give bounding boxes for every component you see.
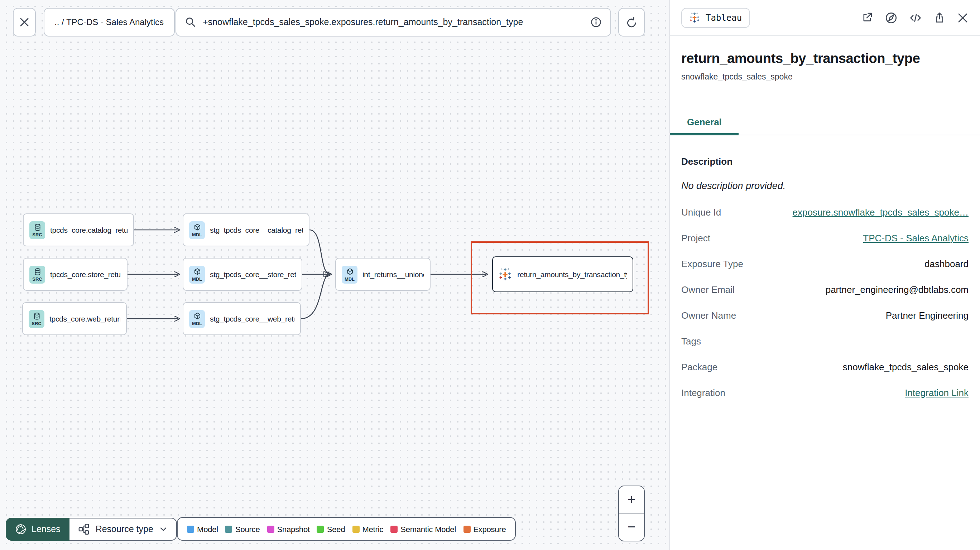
cube-icon [194, 313, 199, 318]
legend-swatch [390, 525, 398, 533]
tab-general[interactable]: General [670, 113, 739, 135]
owner-email-value: partner_engineering@dbtlabs.com [826, 284, 969, 295]
lenses-button[interactable]: Lenses [6, 518, 70, 541]
source-resource-badge: SRC [29, 310, 45, 327]
panel-actions [861, 11, 969, 24]
source-resource-badge: SRC [29, 265, 45, 283]
description-empty-text: No description provided. [681, 180, 969, 191]
refresh-icon [625, 16, 638, 28]
field-row-owner-name: Owner Name Partner Engineering [681, 302, 969, 328]
resource-title: return_amounts_by_transaction_type [681, 51, 969, 67]
zoom-controls: + − [618, 486, 645, 541]
panel-tabs: General [670, 113, 980, 135]
zoom-out-button[interactable]: − [619, 513, 644, 541]
project-link[interactable]: TPC-DS - Sales Analytics [863, 232, 969, 243]
description-heading: Description [681, 156, 969, 167]
info-icon[interactable] [590, 16, 602, 28]
dbt-explorer-lineage-view: SRC tpcds_core.catalog_returns SRC tpcds… [0, 0, 980, 550]
plus-icon: + [628, 492, 635, 507]
lineage-canvas[interactable]: SRC tpcds_core.catalog_returns SRC tpcds… [0, 0, 669, 550]
legend-item: Seed [317, 525, 345, 533]
tableau-logo-icon [689, 12, 700, 23]
legend-item: Model [187, 525, 218, 533]
aperture-icon [15, 523, 27, 535]
exposure-type-value: dashboard [924, 258, 969, 269]
field-row-project: Project TPC-DS - Sales Analytics [681, 225, 969, 251]
node-label: stg_tpcds_core__store_returns [210, 270, 296, 278]
search-icon [185, 16, 196, 28]
field-row-owner-email: Owner Email partner_engineering@dbtlabs.… [681, 277, 969, 302]
database-icon [34, 313, 39, 319]
owner-name-value: Partner Engineering [886, 310, 969, 321]
search-input[interactable] [203, 17, 584, 27]
legend-swatch [317, 525, 324, 533]
node-label: tpcds_core.store_returns [50, 270, 121, 278]
chevron-down-icon [159, 525, 168, 534]
model-resource-badge: MDL [189, 265, 205, 283]
cube-icon [194, 268, 199, 274]
zoom-in-button[interactable]: + [619, 486, 644, 513]
tableau-type-badge: Tableau [681, 8, 750, 27]
legend-item: Semantic Model [390, 525, 456, 533]
resource-type-dropdown[interactable]: Resource type [70, 518, 177, 541]
lens-controls: Lenses Resource type [6, 518, 177, 541]
node-label: return_amounts_by_transaction_type [517, 270, 627, 278]
node-label: int_returns__unioned [363, 270, 424, 278]
database-icon [35, 268, 40, 275]
integration-link[interactable]: Integration Link [905, 387, 969, 398]
field-row-tags: Tags [681, 328, 969, 354]
minus-icon: − [628, 519, 635, 535]
share-icon[interactable] [934, 11, 946, 24]
model-resource-badge: MDL [189, 310, 205, 327]
resource-type-icon [78, 523, 90, 535]
package-value: snowflake_tpcds_sales_spoke [843, 361, 969, 372]
node-label: stg_tpcds_core__web_returns [210, 315, 294, 323]
code-icon[interactable] [909, 11, 922, 24]
close-icon [19, 17, 29, 27]
legend-swatch [267, 525, 274, 533]
model-resource-badge: MDL [342, 265, 358, 283]
graph-node-exposure-return-amounts[interactable]: return_amounts_by_transaction_type [492, 256, 633, 292]
cube-icon [194, 224, 199, 229]
graph-node-source-catalog-returns[interactable]: SRC tpcds_core.catalog_returns [23, 213, 134, 246]
tableau-logo-icon [499, 267, 511, 281]
graph-node-model-stg-catalog-returns[interactable]: MDL stg_tpcds_core__catalog_returns [183, 213, 309, 246]
cube-icon [347, 268, 352, 274]
field-row-unique-id: Unique Id exposure.snowflake_tpcds_sales… [681, 199, 969, 225]
field-row-package: Package snowflake_tpcds_sales_spoke [681, 354, 969, 380]
field-row-exposure-type: Exposure Type dashboard [681, 251, 969, 277]
resource-detail-panel: Tableau return_amounts_by_transaction_ty… [669, 0, 980, 550]
node-label: stg_tpcds_core__catalog_returns [210, 226, 303, 234]
lineage-search-bar[interactable] [175, 8, 611, 37]
graph-node-source-web-returns[interactable]: SRC tpcds_core.web_returns [22, 302, 127, 335]
field-row-integration: Integration Integration Link [681, 380, 969, 405]
legend-item: Source [225, 525, 260, 533]
unique-id-link[interactable]: exposure.snowflake_tpcds_sales_spoke… [793, 207, 969, 217]
resource-type-legend: Model Source Snapshot Seed Metric Semant… [177, 517, 516, 541]
panel-body: return_amounts_by_transaction_type snowf… [670, 51, 980, 405]
close-icon[interactable] [957, 12, 969, 23]
model-resource-badge: MDL [189, 221, 205, 239]
legend-item: Exposure [463, 525, 506, 533]
graph-node-model-stg-web-returns[interactable]: MDL stg_tpcds_core__web_returns [183, 302, 301, 335]
graph-node-source-store-returns[interactable]: SRC tpcds_core.store_returns [23, 258, 127, 291]
resource-package-subtitle: snowflake_tpcds_sales_spoke [681, 72, 969, 81]
node-label: tpcds_core.catalog_returns [50, 226, 127, 234]
graph-node-model-int-returns-unioned[interactable]: MDL int_returns__unioned [335, 258, 431, 291]
compass-icon[interactable] [885, 11, 897, 24]
external-link-icon[interactable] [861, 11, 873, 24]
legend-swatch [187, 525, 194, 533]
legend-item: Snapshot [267, 525, 309, 533]
legend-swatch [352, 525, 359, 533]
close-lineage-button[interactable] [13, 8, 36, 37]
refresh-button[interactable] [618, 8, 645, 37]
detail-fields: Unique Id exposure.snowflake_tpcds_sales… [681, 199, 969, 405]
panel-header: Tableau [670, 0, 980, 36]
node-label: tpcds_core.web_returns [49, 315, 120, 323]
breadcrumb[interactable]: .. / TPC-DS - Sales Analytics [44, 8, 175, 37]
graph-node-model-stg-store-returns[interactable]: MDL stg_tpcds_core__store_returns [183, 258, 302, 291]
legend-item: Metric [352, 525, 383, 533]
source-resource-badge: SRC [29, 221, 45, 239]
legend-swatch [225, 525, 232, 533]
database-icon [35, 224, 40, 230]
